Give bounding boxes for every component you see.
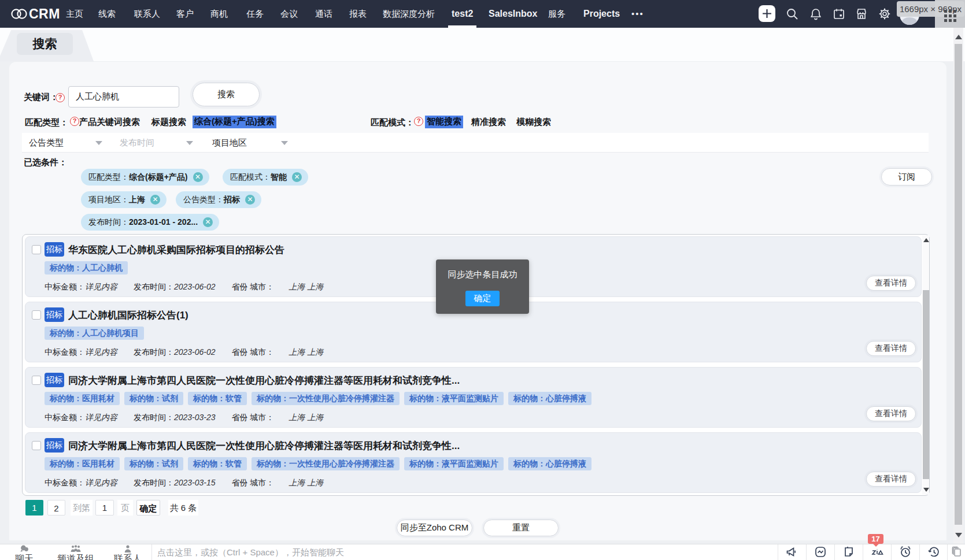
date-value: 2023-03-23	[174, 413, 216, 422]
subscribe-button[interactable]: 订阅	[881, 168, 932, 186]
subject-tag: 标的物：软管	[188, 457, 247, 470]
page-scrollbar-up-icon[interactable]	[955, 35, 962, 39]
keyword-input[interactable]	[68, 86, 179, 107]
reset-button[interactable]: 重置	[483, 520, 559, 536]
result-4-title[interactable]: 同济大学附属上海市第四人民医院一次性使用心脏冷停搏灌注器等医用耗材和试剂竞争性.…	[68, 439, 460, 453]
dialog-confirm-button[interactable]: 确定	[465, 291, 500, 306]
result-1-badge: 招标	[45, 242, 64, 257]
nav-item-analytics[interactable]: 数据深度分析	[383, 0, 435, 28]
nav-item-leads[interactable]: 线索	[98, 0, 116, 28]
result-1-checkbox[interactable]	[32, 245, 41, 254]
nav-item-meetings[interactable]: 会议	[280, 0, 298, 28]
keyword-help-icon[interactable]: ?	[56, 93, 65, 102]
page-scrollbar-thumb[interactable]	[955, 44, 962, 525]
results-scrollbar-up-icon[interactable]	[923, 238, 929, 242]
chip-close-icon[interactable]: ✕	[203, 217, 213, 227]
amount-value: 详见内容	[85, 413, 117, 422]
amount-value: 详见内容	[85, 478, 117, 487]
sync-to-crm-button[interactable]: 同步至Zoho CRM	[397, 520, 472, 536]
results-scrollbar-down-icon[interactable]	[923, 488, 929, 492]
match-type-option-product[interactable]: 产品关键词搜索	[79, 117, 140, 128]
chip-close-icon[interactable]: ✕	[245, 195, 255, 205]
search-button[interactable]: 搜索	[193, 83, 260, 106]
nav-item-test2[interactable]: test2	[452, 0, 473, 28]
notifications-bell-icon[interactable]	[809, 8, 822, 20]
match-mode-option-fuzzy[interactable]: 模糊搜索	[516, 117, 551, 128]
quick-create-button[interactable]	[759, 5, 775, 22]
chip-close-icon[interactable]: ✕	[193, 172, 203, 182]
goto-page-input[interactable]	[95, 500, 114, 516]
match-mode-help-icon[interactable]: ?	[414, 117, 423, 126]
marketplace-icon[interactable]	[855, 8, 868, 20]
chip-close-icon[interactable]: ✕	[150, 195, 160, 205]
match-type-help-icon[interactable]: ?	[70, 117, 79, 126]
channels-groups-tab[interactable]: 频道及组	[57, 544, 95, 560]
chat-tab[interactable]: 聊天	[10, 544, 38, 560]
date-label: 发布时间：	[134, 478, 174, 487]
copy-pages-icon[interactable]	[951, 546, 963, 558]
calendar-icon[interactable]	[833, 8, 845, 20]
activity-pulse-icon[interactable]	[814, 546, 827, 558]
page-2-button[interactable]: 2	[47, 500, 65, 516]
contacts-tab[interactable]: 联系人	[113, 544, 142, 560]
nav-item-accounts[interactable]: 客户	[176, 0, 194, 28]
dropdown-announcement-type[interactable]: 公告类型	[29, 133, 64, 153]
waffle-dot	[953, 19, 956, 22]
nav-item-tasks[interactable]: 任务	[246, 0, 264, 28]
subject-tag: 标的物：人工心肺机	[45, 261, 128, 275]
match-mode-option-precise[interactable]: 精准搜索	[471, 117, 506, 128]
result-1-detail-button[interactable]: 查看详情	[866, 276, 916, 291]
nav-item-projects[interactable]: Projects	[583, 0, 620, 28]
dock-divider	[806, 544, 807, 560]
dropdown-announcement-type-caret-icon[interactable]	[95, 141, 102, 145]
nav-item-home[interactable]: 主页	[66, 0, 83, 28]
chip-value: 招标	[224, 191, 240, 208]
result-3-checkbox[interactable]	[32, 376, 41, 385]
crm-logo-icon[interactable]	[10, 7, 28, 23]
search-icon[interactable]	[786, 8, 798, 20]
dropdown-project-region[interactable]: 项目地区	[212, 133, 247, 153]
announcements-megaphone-icon[interactable]	[785, 546, 798, 558]
nav-item-deals[interactable]: 商机	[210, 0, 228, 28]
apps-waffle-icon[interactable]	[944, 10, 958, 24]
result-4-checkbox[interactable]	[32, 441, 41, 450]
goto-page-confirm-button[interactable]: 确定	[136, 500, 160, 516]
match-mode-option-smart-selected[interactable]: 智能搜索	[425, 116, 463, 128]
nav-item-more-ellipsis[interactable]: •••	[631, 0, 644, 28]
result-2-detail-button[interactable]: 查看详情	[866, 341, 916, 356]
amount-label: 中标金额：	[45, 478, 85, 487]
reminder-alarm-icon[interactable]	[899, 546, 912, 558]
chip-close-icon[interactable]: ✕	[292, 172, 302, 182]
nav-item-services[interactable]: 服务	[548, 0, 565, 28]
page-1-button[interactable]: 1	[25, 500, 43, 516]
waffle-dot	[944, 19, 947, 22]
result-3-title[interactable]: 同济大学附属上海市第四人民医院一次性使用心脏冷停搏灌注器等医用耗材和试剂竞争性.…	[68, 374, 460, 387]
result-2-title[interactable]: 人工心肺机国际招标公告(1)	[68, 309, 188, 322]
nav-item-salesinbox[interactable]: SalesInbox	[489, 0, 537, 28]
result-3-detail-button[interactable]: 查看详情	[866, 406, 916, 421]
nav-item-contacts[interactable]: 联系人	[134, 0, 160, 28]
result-1-title[interactable]: 华东医院人工心肺机采购国际招标项目的招标公告	[68, 243, 284, 257]
note-share-icon[interactable]	[842, 546, 855, 558]
dropdown-publish-time-caret-icon[interactable]	[186, 141, 193, 145]
result-4-detail-button[interactable]: 查看详情	[866, 472, 916, 487]
right-gutter	[946, 61, 953, 544]
search-tab-label[interactable]: 搜索	[17, 33, 73, 55]
match-type-option-combined-selected[interactable]: 综合(标题+产品)搜索	[193, 116, 276, 128]
history-icon[interactable]	[927, 546, 940, 558]
subject-tag: 标的物：液平面监测贴片	[404, 392, 504, 405]
nav-item-calls[interactable]: 通话	[315, 0, 332, 28]
result-1-tags: 标的物：人工心肺机	[45, 261, 128, 275]
zia-assistant-icon[interactable]	[871, 546, 883, 558]
top-navbar: CRM 主页 线索 联系人 客户 商机 任务 会议 通话 报表 数据深度分析 t…	[0, 0, 965, 28]
match-type-option-title[interactable]: 标题搜索	[151, 117, 186, 128]
nav-item-reports[interactable]: 报表	[349, 0, 367, 28]
page-scrollbar-down-icon[interactable]	[955, 533, 962, 537]
waffle-dot	[953, 14, 956, 17]
dropdown-publish-time[interactable]: 发布时间	[120, 133, 154, 153]
settings-gear-icon[interactable]	[878, 8, 891, 20]
results-scrollbar-thumb[interactable]	[923, 290, 929, 479]
result-2-checkbox[interactable]	[32, 310, 41, 320]
dropdown-project-region-caret-icon[interactable]	[281, 141, 288, 145]
smart-chat-input[interactable]	[157, 546, 764, 558]
